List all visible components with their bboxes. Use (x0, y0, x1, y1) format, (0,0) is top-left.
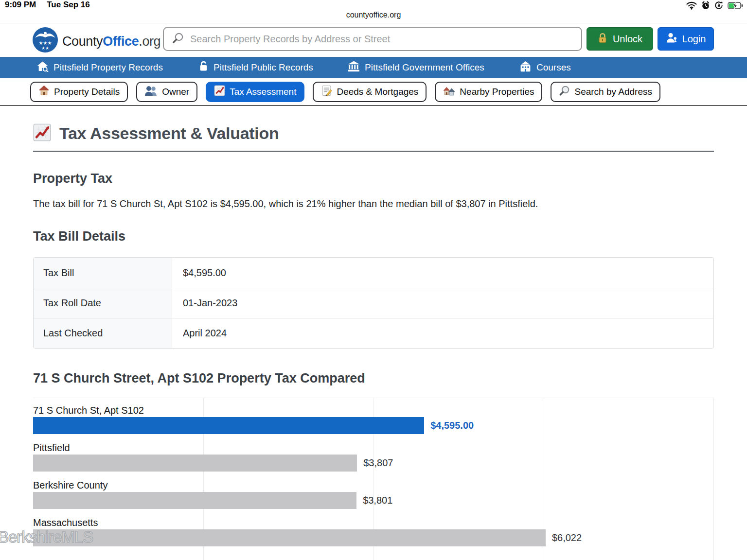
rotation-lock-icon (714, 1, 723, 12)
user-key-icon (666, 33, 677, 45)
unlocked-padlock-icon (198, 61, 209, 74)
search-icon (172, 32, 184, 46)
bar-value-label: $6,022 (552, 532, 582, 543)
search-bar[interactable] (163, 27, 582, 51)
bar-massachusetts (33, 529, 546, 546)
svg-text:★★★: ★★★ (39, 40, 52, 46)
nav-pittsfield-property-records[interactable]: Pittsfield Property Records (36, 57, 163, 78)
table-row: Tax Roll Date 01-Jan-2023 (34, 288, 713, 318)
gold-padlock-icon (597, 33, 608, 46)
bar-subject-property (33, 417, 424, 434)
tab-property-details[interactable]: Property Details (30, 82, 128, 102)
bar-berkshire-county (33, 492, 356, 509)
site-header: ★★★★★ CountyOffice.org Unlock Login (0, 23, 747, 57)
tab-deeds-mortgages[interactable]: Deeds & Mortgages (313, 82, 427, 102)
nav-pittsfield-public-records[interactable]: Pittsfield Public Records (198, 57, 313, 78)
property-tax-summary: The tax bill for 71 S Church St, Apt S10… (33, 198, 714, 210)
wifi-icon (686, 1, 697, 12)
tax-bill-details-heading: Tax Bill Details (33, 229, 714, 244)
tab-owner[interactable]: Owner (136, 82, 197, 102)
search-input[interactable] (190, 34, 567, 45)
school-icon (519, 61, 532, 74)
chart-icon (214, 85, 225, 99)
brand-name[interactable]: CountyOffice.org (62, 34, 160, 49)
magnifier-icon (559, 85, 570, 99)
bar-value-label: $4,595.00 (430, 420, 474, 431)
tab-nearby-properties[interactable]: Nearby Properties (435, 82, 542, 102)
table-row: Tax Bill $4,595.00 (34, 258, 713, 288)
chart-heading: 71 S Church Street, Apt S102 Property Ta… (33, 371, 714, 386)
page-title: Tax Assessment & Valuation (59, 124, 279, 143)
people-icon (144, 86, 158, 98)
primary-nav: Pittsfield Property Records Pittsfield P… (0, 57, 747, 78)
house-icon (38, 85, 50, 99)
chart-title-icon (33, 123, 51, 143)
bar-pittsfield (33, 455, 357, 472)
tab-tax-assessment[interactable]: Tax Assessment (206, 82, 304, 102)
bar-row-massachusetts: Massachusetts $6,022 (33, 516, 714, 546)
house-search-icon (36, 61, 49, 74)
unlock-button[interactable]: Unlock (587, 27, 653, 51)
bar-value-label: $3,801 (363, 495, 392, 506)
memo-pencil-icon (321, 85, 332, 99)
table-row: Last Checked April 2024 (34, 318, 713, 348)
nav-pittsfield-government-offices[interactable]: Pittsfield Government Offices (348, 57, 484, 78)
property-tax-bar-chart: 71 S Church St, Apt S102 $4,595.00 Pitts… (33, 398, 714, 558)
main-content: Tax Assessment & Valuation Property Tax … (0, 123, 747, 558)
login-button[interactable]: Login (658, 27, 714, 51)
record-tabs: Property Details Owner Tax Assessment De… (0, 78, 747, 106)
houses-icon (443, 85, 455, 99)
status-date: Tue Sep 16 (47, 0, 90, 9)
nav-courses[interactable]: Courses (519, 57, 571, 78)
status-bar: 9:09 PMTue Sep 16 countyoffice.org (0, 0, 747, 23)
bar-row-pittsfield: Pittsfield $3,807 (33, 441, 714, 472)
title-divider (33, 151, 714, 152)
address-bar[interactable]: countyoffice.org (0, 11, 747, 19)
government-building-icon (348, 61, 360, 74)
countyoffice-logo[interactable]: ★★★★★ (32, 27, 58, 53)
alarm-icon (701, 1, 710, 12)
tab-search-by-address[interactable]: Search by Address (551, 82, 660, 102)
battery-charging-icon (728, 2, 743, 11)
svg-text:★★: ★★ (41, 46, 49, 51)
tax-bill-details-table: Tax Bill $4,595.00 Tax Roll Date 01-Jan-… (33, 257, 714, 349)
property-tax-heading: Property Tax (33, 171, 714, 186)
bar-value-label: $3,807 (363, 457, 393, 469)
bar-row-berkshire-county: Berkshire County $3,801 (33, 479, 714, 509)
bar-row-subject-property: 71 S Church St, Apt S102 $4,595.00 (33, 404, 714, 434)
status-time: 9:09 PM (5, 0, 36, 9)
clock: 9:09 PMTue Sep 16 (5, 0, 90, 10)
